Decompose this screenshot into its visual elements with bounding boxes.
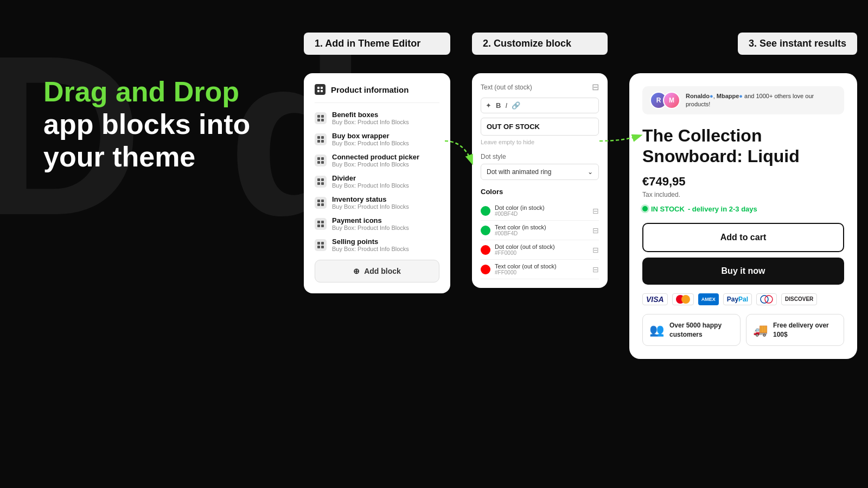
color-copy-icon[interactable]: ⊟ (592, 246, 599, 254)
arrow-2-product (597, 119, 646, 152)
svg-rect-13 (321, 157, 324, 160)
link-icon[interactable]: 🔗 (512, 101, 520, 110)
menu-icon-divider (315, 176, 327, 188)
svg-rect-12 (317, 157, 320, 160)
color-row: Dot color (in stock) #00BF4D ⊟ (481, 201, 599, 221)
step3-label: 3. See instant results (738, 33, 857, 55)
benefit-customers: 👥 Over 5000 happy customers (642, 314, 741, 346)
product-price: €749,95 (642, 175, 844, 189)
in-stock-text: IN STOCK (651, 205, 685, 213)
field-label: Text (out of stock) (481, 84, 532, 91)
svg-rect-6 (317, 119, 320, 121)
svg-rect-11 (321, 140, 324, 143)
stock-dot (642, 206, 648, 211)
colors-section-title: Colors (481, 188, 599, 196)
step2-label: 2. Customize block (472, 33, 608, 55)
svg-rect-1 (321, 87, 323, 89)
discover-icon: DISCOVER (781, 293, 817, 305)
editor-toolbar: Text (out of stock) ⊟ (481, 82, 599, 92)
svg-point-33 (765, 296, 773, 303)
menu-item[interactable]: Selling points Buy Box: Product Info Blo… (315, 234, 439, 255)
svg-rect-27 (321, 224, 324, 227)
menu-item[interactable]: Payment icons Buy Box: Product Info Bloc… (315, 213, 439, 234)
svg-rect-8 (317, 136, 320, 139)
color-dot-in-stock (481, 206, 490, 216)
color-dot-out-stock (481, 245, 490, 255)
customers-icon: 👥 (649, 323, 664, 337)
svg-rect-2 (317, 90, 320, 92)
svg-rect-7 (321, 119, 324, 121)
svg-rect-10 (317, 140, 320, 143)
panel-close-icon[interactable]: ⊟ (592, 82, 599, 92)
color-copy-icon[interactable]: ⊟ (592, 226, 599, 235)
svg-rect-0 (317, 87, 320, 89)
dot-style-label: Dot style (481, 153, 599, 160)
buy-now-button[interactable]: Buy it now (642, 258, 844, 285)
color-dot-text-out-stock (481, 265, 490, 274)
dot-style-dropdown[interactable]: Dot with animated ring ⌄ (481, 164, 599, 180)
svg-rect-26 (317, 224, 320, 227)
benefit-delivery-text: Free delivery over 100$ (773, 321, 837, 339)
color-copy-icon[interactable]: ⊟ (592, 265, 599, 274)
svg-rect-4 (317, 115, 320, 118)
menu-item[interactable]: Divider Buy Box: Product Info Blocks (315, 171, 439, 192)
menu-item[interactable]: Connected product picker Buy Box: Produc… (315, 150, 439, 171)
hint-text: Leave empty to hide (481, 139, 599, 145)
color-copy-icon[interactable]: ⊟ (592, 207, 599, 215)
svg-rect-9 (321, 136, 324, 139)
stock-status: IN STOCK - delivery in 2-3 days (642, 205, 844, 213)
italic-icon[interactable]: I (505, 101, 507, 110)
svg-rect-20 (317, 200, 320, 202)
menu-icon-wrapper (315, 133, 327, 145)
svg-rect-15 (321, 161, 324, 164)
main-heading: Drag and Drop app blocks into your theme (43, 76, 271, 173)
arrow-1-2 (442, 130, 480, 174)
svg-rect-28 (317, 242, 320, 245)
svg-rect-16 (317, 178, 320, 181)
visa-icon: VISA (642, 293, 668, 305)
menu-icon-inventory (315, 197, 327, 209)
menu-item[interactable]: Benefit boxes Buy Box: Product Info Bloc… (315, 107, 439, 129)
svg-rect-18 (317, 182, 320, 185)
color-dot-text-in-stock (481, 226, 490, 235)
panel-icon (315, 84, 326, 95)
heading-highlight: Drag and Drop (43, 76, 239, 107)
panel-header: Product information (315, 84, 439, 103)
chevron-down-icon: ⌄ (588, 168, 593, 176)
review-text: Ronaldo●, Mbappe● and 1000+ others love … (686, 92, 837, 109)
svg-rect-23 (321, 203, 324, 206)
menu-items-list: Benefit boxes Buy Box: Product Info Bloc… (315, 107, 439, 255)
user-reviews-banner: R M Ronaldo●, Mbappe● and 1000+ others l… (642, 86, 844, 114)
menu-item[interactable]: Inventory status Buy Box: Product Info B… (315, 192, 439, 213)
out-of-stock-text-field[interactable]: OUT OF STOCK (481, 118, 599, 136)
panel-title: Product information (331, 85, 409, 94)
text-toolbar: ✦ B I 🔗 (481, 98, 599, 113)
svg-rect-22 (317, 203, 320, 206)
avatar-group: R M (650, 92, 680, 109)
menu-icon-payment (315, 218, 327, 230)
sparkle-icon[interactable]: ✦ (486, 101, 492, 110)
benefit-delivery: 🚚 Free delivery over 100$ (746, 314, 844, 346)
amex-icon: AMEX (698, 293, 719, 305)
add-to-cart-button[interactable]: Add to cart (642, 223, 844, 252)
color-row: Dot color (out of stock) #FF0000 ⊟ (481, 240, 599, 260)
menu-icon-benefit (315, 112, 327, 124)
svg-point-32 (761, 296, 768, 303)
bold-icon[interactable]: B (496, 101, 501, 110)
colors-list: Dot color (in stock) #00BF4D ⊟ Text colo… (481, 201, 599, 279)
delivery-icon: 🚚 (753, 323, 768, 337)
delivery-text: - delivery in 2-3 days (688, 205, 757, 213)
menu-item[interactable]: Buy box wrapper Buy Box: Product Info Bl… (315, 129, 439, 150)
color-row: Text color (in stock) #00BF4D ⊟ (481, 221, 599, 240)
benefit-customers-text: Over 5000 happy customers (669, 321, 733, 339)
theme-editor-panel: Product information Benefit boxes Buy Bo… (304, 73, 450, 293)
plus-icon: ⊕ (353, 267, 360, 275)
customize-block-panel: Text (out of stock) ⊟ ✦ B I 🔗 OUT OF STO… (472, 73, 608, 288)
benefits-grid: 👥 Over 5000 happy customers 🚚 Free deliv… (642, 314, 844, 346)
menu-icon-picker (315, 155, 327, 166)
tax-text: Tax included. (642, 191, 844, 198)
product-title: The Collection Snowboard: Liquid (642, 125, 844, 167)
add-block-button[interactable]: ⊕ Add block (315, 260, 439, 282)
diners-icon (756, 293, 777, 305)
svg-rect-30 (317, 246, 320, 248)
